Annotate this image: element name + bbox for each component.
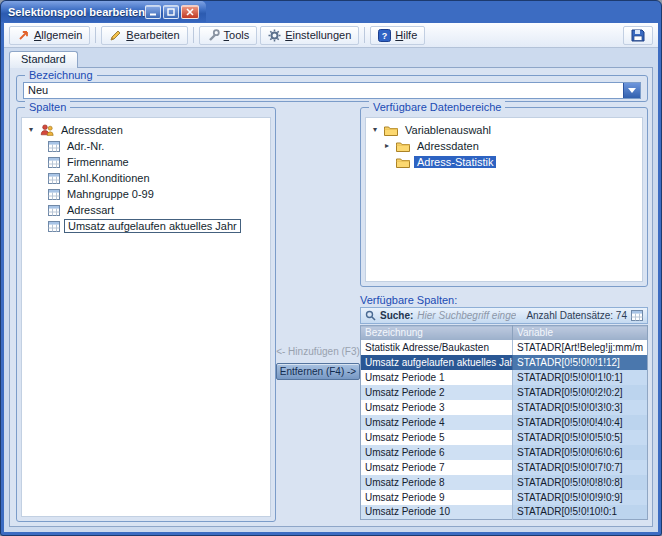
minimize-button[interactable] <box>145 5 161 19</box>
tree-item-variablenauswahl[interactable]: ▾ Variablenauswahl <box>366 122 642 138</box>
table-column-icon <box>48 141 60 152</box>
cell-variable: STATADR[0!5!0!0!1!0:1] <box>513 370 648 385</box>
allgemein-label: Allgemein <box>34 29 82 41</box>
table-row[interactable]: Umsatz Periode 1 STATADR[0!5!0!0!1!0:1] <box>361 370 648 385</box>
table-row[interactable]: Umsatz Periode 2 STATADR[0!5!0!0!2!0:2] <box>361 385 648 400</box>
cell-variable: STATADR[0!5!0!10!0:1 <box>513 505 648 520</box>
hilfe-button[interactable]: ? Hilfe <box>370 26 425 45</box>
entfernen-button[interactable]: Entfernen (F4) -> <box>276 363 360 380</box>
arrow-up-right-icon <box>17 29 30 42</box>
cell-bezeichnung: Umsatz aufgelaufen aktuelles Jahr <box>361 355 513 370</box>
table-row[interactable]: Statistik Adresse/Baukasten STATADR[Art!… <box>361 340 648 355</box>
table-row[interactable]: Umsatz Periode 7 STATADR[0!5!0!0!7!0:7] <box>361 460 648 475</box>
tree-item-label: Mahngruppe 0-99 <box>64 188 157 200</box>
window-title: Selektionspool bearbeiten <box>8 6 145 18</box>
tab-standard[interactable]: Standard <box>9 51 78 68</box>
einstellungen-label: Einstellungen <box>285 29 351 41</box>
tree-item-column-focused[interactable]: Umsatz aufgelaufen aktuelles Jahr <box>22 218 270 234</box>
expander-collapsed-icon[interactable]: ▸ <box>382 138 392 154</box>
cell-variable: STATADR[0!5!0!0!1!12] <box>513 355 648 370</box>
maximize-button[interactable] <box>163 5 179 19</box>
search-input[interactable]: Suche: Hier Suchbegriff einge Anzahl Dat… <box>360 307 648 324</box>
cell-bezeichnung: Umsatz Periode 10 <box>361 505 513 520</box>
bearbeiten-label: Bearbeiten <box>126 29 179 41</box>
tree-item-column[interactable]: Firmenname <box>22 154 270 170</box>
tree-item-label: Adressdaten <box>58 124 126 136</box>
cell-variable: STATADR[0!5!0!0!2!0:2] <box>513 385 648 400</box>
column-header-variable[interactable]: Variable <box>513 326 648 340</box>
expander-expanded-icon[interactable]: ▾ <box>370 122 380 138</box>
grid-icon[interactable] <box>631 310 643 321</box>
cell-variable: STATADR[0!5!0!0!5!0:5] <box>513 430 648 445</box>
toolbar-separator <box>193 27 194 43</box>
table-row[interactable]: Umsatz Periode 3 STATADR[0!5!0!0!3!0:3] <box>361 400 648 415</box>
bezeichnung-legend: Bezeichnung <box>25 69 97 81</box>
column-header-bezeichnung[interactable]: Bezeichnung <box>361 326 513 340</box>
table-row[interactable]: Umsatz Periode 8 STATADR[0!5!0!0!8!0:8] <box>361 475 648 490</box>
toolbar: Allgemein Bearbeiten Tools Einstellungen… <box>4 23 658 48</box>
table-column-icon <box>48 205 60 216</box>
cell-bezeichnung: Umsatz Periode 7 <box>361 460 513 475</box>
tab-strip: Standard <box>9 51 78 68</box>
dialog-body: Standard Bezeichnung Neu Spalten ▾ <box>4 48 658 532</box>
cell-bezeichnung: Umsatz Periode 5 <box>361 430 513 445</box>
tree-item-adressdaten-folder[interactable]: ▸ Adressdaten <box>366 138 642 154</box>
table-row[interactable]: Umsatz Periode 5 STATADR[0!5!0!0!5!0:5] <box>361 430 648 445</box>
table-row[interactable]: Umsatz Periode 10 STATADR[0!5!0!10!0:1 <box>361 505 648 520</box>
search-label: Suche: <box>380 310 413 321</box>
hilfe-label: Hilfe <box>395 29 417 41</box>
cell-variable: STATADR[0!5!0!0!6!0:6] <box>513 445 648 460</box>
wrench-icon <box>207 29 220 42</box>
spalten-tree: ▾ Adressdaten Adr.-Nr. Firmenname <box>21 117 271 517</box>
tree-item-column[interactable]: Zahl.Konditionen <box>22 170 270 186</box>
tab-standard-label: Standard <box>21 53 66 65</box>
tree-item-label: Zahl.Konditionen <box>64 172 153 184</box>
cell-bezeichnung: Umsatz Periode 3 <box>361 400 513 415</box>
table-row-selected[interactable]: Umsatz aufgelaufen aktuelles Jahr STATAD… <box>361 355 648 370</box>
save-button[interactable] <box>623 26 653 45</box>
table-row[interactable]: Umsatz Periode 6 STATADR[0!5!0!0!6!0:6] <box>361 445 648 460</box>
chevron-down-icon <box>628 88 636 93</box>
tools-button[interactable]: Tools <box>199 26 258 45</box>
help-icon: ? <box>378 29 391 42</box>
tree-item-label: Firmenname <box>64 156 132 168</box>
datenbereiche-legend: Verfügbare Datenbereiche <box>369 101 505 113</box>
bezeichnung-combobox[interactable]: Neu <box>23 82 641 99</box>
tree-item-label: Variablenauswahl <box>402 124 494 136</box>
search-icon <box>365 310 376 321</box>
cell-variable: STATADR[0!5!0!0!9!0:9] <box>513 490 648 505</box>
folder-icon <box>384 125 398 136</box>
pencil-icon <box>109 29 122 42</box>
close-button[interactable] <box>181 5 199 19</box>
toolbar-separator <box>364 27 365 43</box>
tree-item-adress-statistik[interactable]: Adress-Statistik <box>366 154 642 170</box>
bearbeiten-button[interactable]: Bearbeiten <box>101 26 187 45</box>
table-column-icon <box>48 189 60 200</box>
cell-bezeichnung: Umsatz Periode 1 <box>361 370 513 385</box>
record-count: Anzahl Datensätze: 74 <box>526 310 627 321</box>
table-row[interactable]: Umsatz Periode 9 STATADR[0!5!0!0!9!0:9] <box>361 490 648 505</box>
close-icon <box>186 8 194 16</box>
tree-item-column[interactable]: Adressart <box>22 202 270 218</box>
save-icon <box>631 28 645 42</box>
expander-expanded-icon[interactable]: ▾ <box>26 122 36 138</box>
cell-bezeichnung: Umsatz Periode 8 <box>361 475 513 490</box>
tree-item-column[interactable]: Adr.-Nr. <box>22 138 270 154</box>
verfuegbare-spalten-title: Verfügbare Spalten: <box>360 294 648 307</box>
titlebar[interactable]: Selektionspool bearbeiten <box>1 1 206 22</box>
datenbereiche-group: Verfügbare Datenbereiche ▾ Variablenausw… <box>360 107 648 287</box>
einstellungen-button[interactable]: Einstellungen <box>260 26 359 45</box>
search-placeholder: Hier Suchbegriff einge <box>417 310 516 321</box>
hinzufuegen-button[interactable]: <- Hinzufügen (F3) <box>274 346 362 357</box>
table-row[interactable]: Umsatz Periode 4 STATADR[0!5!0!0!4!0:4] <box>361 415 648 430</box>
allgemein-button[interactable]: Allgemein <box>9 26 90 45</box>
combobox-dropdown-button[interactable] <box>623 83 640 98</box>
table-column-icon <box>48 157 60 168</box>
tree-item-column[interactable]: Mahngruppe 0-99 <box>22 186 270 202</box>
tools-label: Tools <box>224 29 250 41</box>
dialog-window: Selektionspool bearbeiten Allgemein <box>0 0 662 536</box>
tree-item-adressdaten[interactable]: ▾ Adressdaten <box>22 122 270 138</box>
tree-item-label: Adress-Statistik <box>414 156 496 168</box>
columns-table: Bezeichnung Variable Statistik Adresse/B… <box>360 325 648 520</box>
cell-variable: STATADR[0!5!0!0!8!0:8] <box>513 475 648 490</box>
